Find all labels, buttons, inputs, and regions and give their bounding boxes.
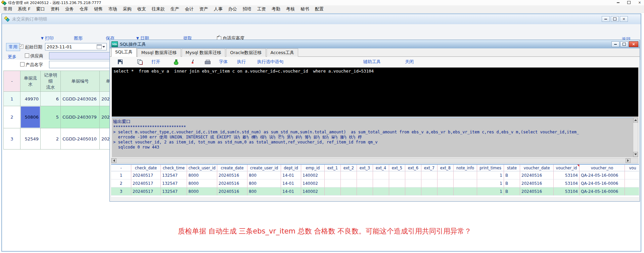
supplier-checkbox[interactable] [25, 53, 29, 58]
table-row[interactable]: 1499706CGDD-24030262024. [4, 92, 111, 106]
column-header[interactable]: ext_5 [389, 165, 405, 171]
table-row[interactable]: 12024051713254780002024051680014-0114000… [111, 171, 639, 179]
sidebar-tab-common[interactable]: 常用 [6, 43, 20, 51]
graph-button[interactable]: 图形 [74, 35, 83, 42]
column-header[interactable]: note_info [454, 165, 477, 171]
menu-item[interactable]: 工资 [257, 6, 266, 12]
tab-sql-tools[interactable]: SQL工具 [111, 48, 137, 57]
menu-item[interactable]: 常用 [3, 6, 12, 12]
menu-item[interactable]: 人事 [214, 6, 223, 12]
menu-item[interactable]: 仓库 [80, 6, 88, 12]
table-row[interactable]: 2508065CGDD-24030792024. [4, 106, 111, 128]
mdi-restore-icon[interactable] [611, 16, 619, 22]
column-header[interactable]: vou [625, 165, 639, 171]
horizontal-scrollbar[interactable] [111, 158, 638, 163]
column-header[interactable]: ext_6 [405, 165, 421, 171]
menu-item[interactable]: 业务 [65, 6, 74, 12]
column-header[interactable]: state [504, 165, 520, 171]
menu-item[interactable]: 窗口 [36, 6, 45, 12]
column-header[interactable]: - [111, 165, 131, 171]
column-header[interactable]: voucher_id [554, 165, 580, 171]
menu-item[interactable]: 招培 [243, 6, 251, 12]
menu-item[interactable]: 采购 [123, 6, 132, 12]
open-button[interactable]: 打开 [151, 59, 160, 65]
column-header[interactable]: 单据编号 [61, 71, 100, 92]
tab-migration-3[interactable]: Oracle数据迁移 [226, 48, 266, 57]
column-header[interactable]: ext_7 [421, 165, 438, 171]
tab-migration-4[interactable]: Access工具 [267, 48, 298, 57]
scroll-left-icon[interactable] [111, 158, 117, 163]
table-row[interactable]: 3525492CGDD-24050102024. [4, 128, 111, 150]
table-row[interactable]: 32024051713254780002024051680014-0114000… [111, 187, 639, 196]
close-icon[interactable]: × [637, 0, 643, 5]
product-input[interactable] [49, 61, 111, 68]
print-button[interactable]: ▼打印 [41, 35, 54, 42]
menu-item[interactable]: 会计 [185, 6, 194, 12]
mdi-close-icon[interactable]: × [620, 16, 628, 22]
sidebar-more-link[interactable]: 更多 [8, 54, 16, 60]
menu-item[interactable]: 资产 [199, 6, 208, 12]
column-header[interactable]: - [4, 71, 20, 92]
scroll-down-icon[interactable] [633, 152, 638, 157]
flask-icon[interactable] [174, 59, 178, 65]
sql-titlebar[interactable]: SQL SQL操作工具 × [110, 40, 640, 48]
menu-item[interactable]: 资料 [51, 6, 59, 12]
maximize-icon[interactable] [626, 0, 632, 5]
column-header[interactable]: ext_8 [438, 165, 454, 171]
column-header[interactable]: emp_id [301, 165, 325, 171]
printer-icon[interactable] [205, 60, 210, 64]
column-header[interactable]: check_user_id [187, 165, 217, 171]
menu-item[interactable]: 考勤 [272, 6, 280, 12]
copy-icon[interactable] [137, 59, 142, 64]
column-header[interactable]: voucher_no [580, 165, 625, 171]
column-header[interactable]: ext_3 [357, 165, 373, 171]
calendar-icon[interactable] [97, 44, 102, 49]
menu-item[interactable]: 办公 [228, 6, 237, 12]
chevron-down-icon[interactable] [102, 46, 105, 48]
column-header[interactable]: 记录明细 流水 [41, 71, 61, 92]
column-header[interactable]: create_date [217, 165, 247, 171]
supplier-input[interactable] [49, 52, 111, 59]
start-date-checkbox[interactable] [19, 44, 24, 49]
save-icon[interactable] [118, 59, 123, 64]
menu-item[interactable]: 秘书 [301, 6, 309, 12]
menu-item[interactable]: 往来款 [152, 6, 165, 12]
run-button[interactable]: 执行 [237, 59, 246, 65]
helper-tools-button[interactable]: 辅助工具 [363, 59, 381, 65]
scroll-up-icon[interactable] [633, 118, 638, 123]
menu-item[interactable]: 收支 [137, 6, 146, 12]
font-button[interactable]: 字体 [219, 59, 228, 65]
sql-maximize-icon[interactable] [620, 41, 628, 47]
column-header[interactable]: voucher_date [520, 165, 554, 171]
mdi-minimize-icon[interactable] [602, 16, 610, 22]
sql-close-icon[interactable]: × [629, 41, 638, 47]
menu-item[interactable]: 系统 F [18, 6, 31, 12]
sql-minimize-icon[interactable] [611, 41, 619, 47]
minimize-icon[interactable] [615, 0, 621, 5]
tab-migration-1[interactable]: Mssql 数据库迁移 [137, 48, 181, 57]
column-header[interactable]: ext_4 [373, 165, 389, 171]
product-checkbox[interactable] [20, 62, 25, 67]
column-header[interactable]: 单据流水 [20, 71, 41, 92]
sql-editor[interactable]: select * from ebs_v a inner join ebs_vr_… [112, 68, 638, 117]
column-header[interactable]: print_times [477, 165, 504, 171]
close-tool-button[interactable]: 关闭 [405, 59, 414, 65]
menu-item[interactable]: 市场 [108, 6, 117, 12]
menu-item[interactable]: 配置 [315, 6, 324, 12]
column-header[interactable]: ext_2 [341, 165, 357, 171]
cut-icon[interactable] [190, 59, 195, 65]
run-selected-button[interactable]: 执行选中语句 [257, 59, 283, 65]
column-header[interactable]: check_time [161, 165, 187, 171]
column-header[interactable]: dept_id [281, 165, 301, 171]
menu-item[interactable]: 生产 [171, 6, 179, 12]
scroll-right-icon[interactable] [626, 158, 631, 163]
tab-migration-2[interactable]: Mysql 数据库迁移 [182, 48, 226, 57]
output-vertical-scrollbar[interactable] [633, 117, 638, 157]
column-header[interactable]: ext_1 [325, 165, 341, 171]
start-date-input[interactable]: 2023-11-01 [45, 43, 107, 50]
menu-item[interactable]: 销售 [94, 6, 103, 12]
column-header[interactable]: create_user_id [247, 165, 281, 171]
table-row[interactable]: 22024051713254780002024051680014-0114000… [111, 179, 639, 187]
menu-item[interactable]: 考核 [286, 6, 295, 12]
output-window[interactable]: 输出窗口 ****************************** > se… [112, 117, 633, 157]
